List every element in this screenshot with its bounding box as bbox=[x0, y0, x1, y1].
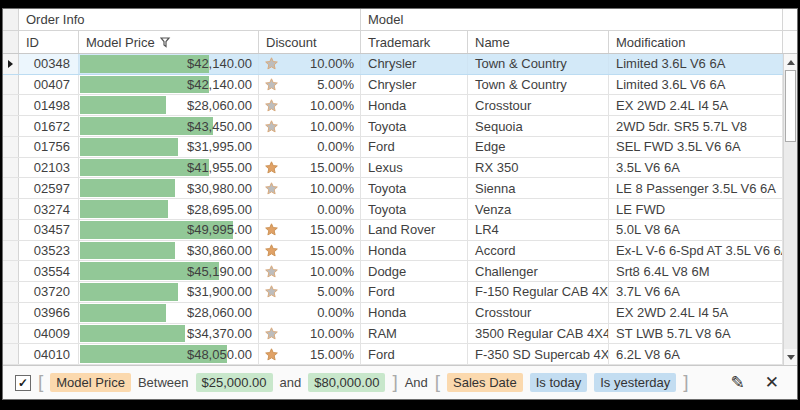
cell-model-price[interactable]: $45,190.00 bbox=[79, 261, 259, 281]
cell-discount[interactable]: 0.00% bbox=[259, 199, 361, 219]
filter-funnel-icon[interactable] bbox=[160, 37, 171, 48]
vertical-scrollbar[interactable] bbox=[783, 54, 797, 365]
table-row[interactable]: 03554 $45,190.00 10.00% Dodge Challenger… bbox=[3, 261, 783, 282]
cell-model-price[interactable]: $34,370.00 bbox=[79, 324, 259, 344]
cell-model-price[interactable]: $42,140.00 bbox=[79, 75, 259, 95]
cell-model-price[interactable]: $49,995.00 bbox=[79, 220, 259, 240]
cell-name[interactable]: Town & Country bbox=[468, 75, 609, 95]
cell-id[interactable]: 00348 bbox=[19, 54, 79, 74]
cell-modification[interactable]: LE 8 Passenger 3.5L V6 6A bbox=[609, 178, 783, 198]
cell-discount[interactable]: 15.00% bbox=[259, 158, 361, 178]
cell-model-price[interactable]: $31,900.00 bbox=[79, 282, 259, 302]
cell-name[interactable]: Sequoia bbox=[468, 116, 609, 136]
scroll-up-button[interactable] bbox=[784, 54, 797, 70]
cell-name[interactable]: 3500 Regular CAB 4X4 bbox=[468, 324, 609, 344]
cell-model-price[interactable]: $28,060.00 bbox=[79, 303, 259, 323]
cell-id[interactable]: 00407 bbox=[19, 75, 79, 95]
cell-id[interactable]: 03966 bbox=[19, 303, 79, 323]
cell-trademark[interactable]: Land Rover bbox=[361, 220, 468, 240]
filter-value-min[interactable]: $25,000.00 bbox=[196, 373, 273, 392]
cell-trademark[interactable]: Chrysler bbox=[361, 75, 468, 95]
cell-discount[interactable]: 10.00% bbox=[259, 178, 361, 198]
cell-name[interactable]: Crosstour bbox=[468, 303, 609, 323]
filter-value-max[interactable]: $80,000.00 bbox=[308, 373, 385, 392]
row-indicator-cell[interactable] bbox=[3, 324, 19, 344]
cell-modification[interactable]: Srt8 6.4L V8 6M bbox=[609, 261, 783, 281]
cell-trademark[interactable]: Honda bbox=[361, 95, 468, 115]
cell-name[interactable]: Accord bbox=[468, 241, 609, 261]
band-order-info[interactable]: Order Info bbox=[19, 9, 361, 30]
table-row[interactable]: 03720 $31,900.00 5.00% Ford F-150 Regula… bbox=[3, 282, 783, 303]
cell-model-price[interactable]: $42,140.00 bbox=[79, 54, 259, 74]
cell-model-price[interactable]: $28,695.00 bbox=[79, 199, 259, 219]
cell-modification[interactable]: EX 2WD 2.4L I4 5A bbox=[609, 95, 783, 115]
cell-name[interactable]: F-150 Regular CAB 4X4 bbox=[468, 282, 609, 302]
cell-id[interactable]: 03274 bbox=[19, 199, 79, 219]
cell-discount[interactable]: 15.00% bbox=[259, 241, 361, 261]
cell-trademark[interactable]: Ford bbox=[361, 344, 468, 364]
table-row[interactable]: 00407 $42,140.00 5.00% Chrysler Town & C… bbox=[3, 75, 783, 96]
table-row[interactable]: 03523 $30,860.00 15.00% Honda Accord Ex-… bbox=[3, 241, 783, 262]
cell-id[interactable]: 01498 bbox=[19, 95, 79, 115]
cell-name[interactable]: F-350 SD Supercab 4X4 bbox=[468, 344, 609, 364]
filter-field-sales-date[interactable]: Sales Date bbox=[447, 373, 523, 392]
cell-id[interactable]: 01672 bbox=[19, 116, 79, 136]
cell-discount[interactable]: 10.00% bbox=[259, 261, 361, 281]
band-model[interactable]: Model bbox=[361, 9, 783, 30]
row-indicator-cell[interactable] bbox=[3, 344, 19, 364]
cell-name[interactable]: RX 350 bbox=[468, 158, 609, 178]
scroll-down-button[interactable] bbox=[784, 349, 797, 365]
cell-model-price[interactable]: $30,860.00 bbox=[79, 241, 259, 261]
filter-condition-is-yesterday[interactable]: Is yesterday bbox=[594, 373, 676, 392]
cell-discount[interactable]: 15.00% bbox=[259, 220, 361, 240]
column-header-model-price[interactable]: Model Price bbox=[79, 31, 259, 53]
cell-modification[interactable]: ST LWB 5.7L V8 6A bbox=[609, 324, 783, 344]
cell-discount[interactable]: 5.00% bbox=[259, 75, 361, 95]
row-indicator-cell[interactable] bbox=[3, 75, 19, 95]
row-indicator-cell[interactable] bbox=[3, 54, 19, 74]
column-header-modification[interactable]: Modification bbox=[609, 31, 783, 53]
table-row[interactable]: 01756 $31,995.00 0.00% Ford Edge SEL FWD… bbox=[3, 137, 783, 158]
cell-trademark[interactable]: Toyota bbox=[361, 116, 468, 136]
row-indicator-cell[interactable] bbox=[3, 282, 19, 302]
cell-name[interactable]: Venza bbox=[468, 199, 609, 219]
table-row[interactable]: 00348 $42,140.00 10.00% Chrysler Town & … bbox=[3, 54, 783, 75]
cell-discount[interactable]: 15.00% bbox=[259, 344, 361, 364]
cell-discount[interactable]: 5.00% bbox=[259, 282, 361, 302]
cell-trademark[interactable]: Honda bbox=[361, 241, 468, 261]
cell-modification[interactable]: Ex-L V-6 6-Spd AT 3.5L V6 6A bbox=[609, 241, 783, 261]
cell-name[interactable]: Crosstour bbox=[468, 95, 609, 115]
cell-model-price[interactable]: $31,995.00 bbox=[79, 137, 259, 157]
cell-discount[interactable]: 0.00% bbox=[259, 303, 361, 323]
cell-trademark[interactable]: Honda bbox=[361, 303, 468, 323]
cell-model-price[interactable]: $43,450.00 bbox=[79, 116, 259, 136]
cell-modification[interactable]: 2WD 5dr. SR5 5.7L V8 bbox=[609, 116, 783, 136]
scrollbar-track[interactable] bbox=[784, 142, 797, 349]
filter-operator-between[interactable]: Between bbox=[138, 375, 189, 390]
row-indicator-cell[interactable] bbox=[3, 303, 19, 323]
row-indicator-cell[interactable] bbox=[3, 137, 19, 157]
cell-discount[interactable]: 10.00% bbox=[259, 95, 361, 115]
cell-name[interactable]: LR4 bbox=[468, 220, 609, 240]
row-indicator-cell[interactable] bbox=[3, 116, 19, 136]
cell-trademark[interactable]: Lexus bbox=[361, 158, 468, 178]
cell-modification[interactable]: SEL FWD 3.5L V6 6A bbox=[609, 137, 783, 157]
cell-trademark[interactable]: Chrysler bbox=[361, 54, 468, 74]
close-filter-icon[interactable]: ✕ bbox=[765, 374, 779, 391]
table-row[interactable]: 02597 $30,980.00 10.00% Toyota Sienna LE… bbox=[3, 178, 783, 199]
cell-modification[interactable]: Limited 3.6L V6 6A bbox=[609, 75, 783, 95]
cell-id[interactable]: 04010 bbox=[19, 344, 79, 364]
row-indicator-cell[interactable] bbox=[3, 158, 19, 178]
cell-trademark[interactable]: Toyota bbox=[361, 199, 468, 219]
row-indicator-cell[interactable] bbox=[3, 261, 19, 281]
table-row[interactable]: 04009 $34,370.00 10.00% RAM 3500 Regular… bbox=[3, 324, 783, 345]
cell-id[interactable]: 01756 bbox=[19, 137, 79, 157]
table-row[interactable]: 03966 $28,060.00 0.00% Honda Crosstour E… bbox=[3, 303, 783, 324]
cell-trademark[interactable]: Ford bbox=[361, 282, 468, 302]
cell-discount[interactable]: 10.00% bbox=[259, 324, 361, 344]
cell-modification[interactable]: 5.0L V8 6A bbox=[609, 220, 783, 240]
cell-model-price[interactable]: $48,050.00 bbox=[79, 344, 259, 364]
row-indicator-cell[interactable] bbox=[3, 241, 19, 261]
cell-name[interactable]: Challenger bbox=[468, 261, 609, 281]
table-row[interactable]: 04010 $48,050.00 15.00% Ford F-350 SD Su… bbox=[3, 344, 783, 365]
